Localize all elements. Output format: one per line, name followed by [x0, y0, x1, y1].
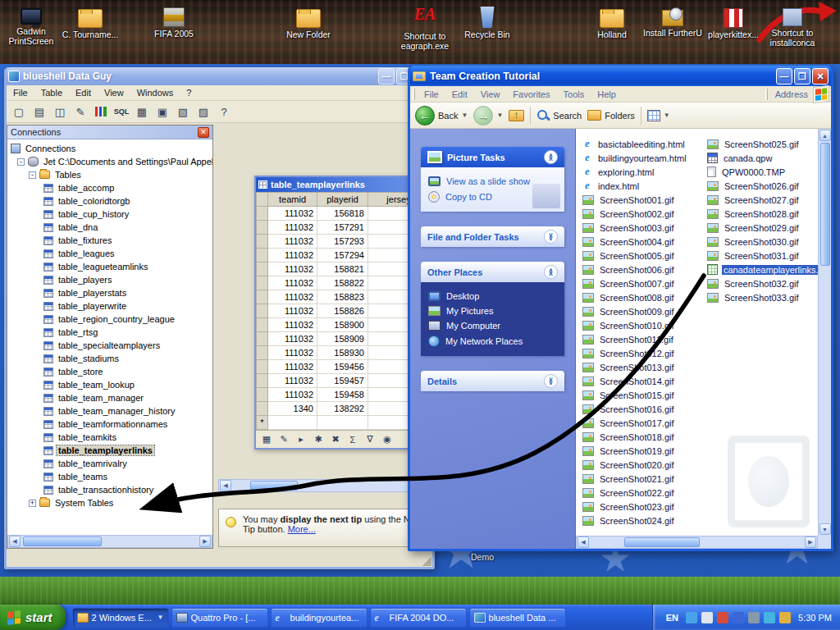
tree-item-table-teamplayerlinks[interactable]: table_teamplayerlinks — [9, 444, 211, 457]
tree-item-system-tables[interactable]: +System Tables — [9, 496, 211, 509]
print-icon[interactable]: ▣ — [153, 103, 171, 121]
file-basictableediting-html[interactable]: basictableediting.html — [582, 137, 704, 151]
file-screenshot003-gif[interactable]: ScreenShot003.gif — [582, 221, 704, 235]
file-screenshot009-gif[interactable]: ScreenShot009.gif — [582, 304, 704, 318]
file-list-vertical-scrollbar[interactable]: ▲ ▼ — [818, 129, 831, 536]
scrollbar-thumb[interactable] — [23, 536, 102, 546]
file-screenshot005-gif[interactable]: ScreenShot005.gif — [582, 249, 704, 262]
row-selector[interactable] — [257, 332, 268, 346]
sql-icon[interactable]: SQL — [112, 103, 130, 121]
tree-item-table-team-manager[interactable]: table_team_manager — [9, 391, 211, 404]
desktop-icon-install-furtheru[interactable]: Install FurtherU — [643, 5, 702, 38]
language-indicator[interactable]: EN — [663, 612, 682, 623]
table-window-titlebar[interactable]: table_teamplayerlinks — [256, 177, 429, 192]
new-row-selector[interactable]: * — [257, 416, 268, 430]
menu-explorer-favorites[interactable]: Favorites — [506, 88, 556, 101]
tip-more-link[interactable]: More... — [288, 524, 316, 534]
file-screenshot016-gif[interactable]: ScreenShot016.gif — [582, 402, 704, 416]
chevron-down-icon[interactable]: ∨∨ — [544, 374, 558, 388]
chevron-up-icon[interactable]: ∧∧ — [544, 150, 558, 164]
updates-tray-icon[interactable] — [764, 612, 775, 623]
file-canada-qpw[interactable]: canada.qpw — [707, 151, 824, 165]
row-selector[interactable] — [257, 276, 268, 290]
file-index-html[interactable]: index.html — [582, 179, 704, 193]
file-screenshot007-gif[interactable]: ScreenShot007.gif — [582, 276, 704, 290]
tree-item-table-playerwrite[interactable]: table_playerwrite — [9, 299, 211, 313]
back-button[interactable]: ← Back ▼ — [415, 106, 468, 126]
filter-icon[interactable]: ∇ — [363, 432, 377, 447]
tree-item-table-transactionhistory[interactable]: table_transactionhistory — [9, 483, 211, 496]
taskbar-button-fifa-2004-do[interactable]: FIFA 2004 DO... — [370, 608, 467, 628]
file-screenshot008-gif[interactable]: ScreenShot008.gif — [582, 290, 704, 304]
file-screenshot019-gif[interactable]: ScreenShot019.gif — [582, 444, 704, 458]
tree-item-table-teamrivalry[interactable]: table_teamrivalry — [9, 457, 211, 470]
file-screenshot020-gif[interactable]: ScreenShot020.gif — [582, 458, 704, 472]
file-screenshot015-gif[interactable]: ScreenShot015.gif — [582, 388, 704, 402]
menu-blueshell-view[interactable]: View — [98, 86, 130, 99]
tree-item-table-fixtures[interactable]: table_fixtures — [9, 234, 211, 247]
task-copy-to-cd[interactable]: Copy to CD — [427, 189, 559, 205]
scroll-up-icon[interactable]: ▲ — [819, 130, 831, 141]
scheduler-tray-icon[interactable] — [779, 612, 791, 623]
connections-panel-header[interactable]: Connections ✕ — [7, 126, 212, 139]
scroll-right-icon[interactable]: ▶ — [805, 536, 816, 548]
desktop-icon-holland[interactable]: Holland — [582, 5, 641, 39]
scrollbar-thumb[interactable] — [250, 481, 298, 491]
row-selector[interactable] — [257, 346, 268, 360]
search-button[interactable]: Search — [536, 109, 582, 122]
file-qpw0000-tmp[interactable]: QPW0000.TMP — [707, 165, 824, 179]
copy-icon[interactable]: ▧ — [174, 103, 192, 121]
file-screenshot024-gif[interactable]: ScreenShot024.gif — [582, 514, 704, 527]
menu-explorer-edit[interactable]: Edit — [445, 88, 474, 101]
folders-button[interactable]: Folders — [587, 110, 635, 121]
scroll-left-icon[interactable]: ◀ — [578, 536, 589, 548]
chart-icon[interactable] — [92, 103, 110, 121]
resize-grip[interactable] — [421, 555, 431, 566]
mdi-horizontal-scrollbar[interactable]: ◀ ▶ — [218, 479, 435, 492]
go-icon[interactable]: ▸ — [294, 432, 308, 447]
tree-item-tables[interactable]: -Tables — [9, 168, 211, 181]
file-screenshot012-gif[interactable]: ScreenShot012.gif — [582, 346, 704, 360]
tree-item-table-store[interactable]: table_store — [9, 365, 211, 378]
taskbar-button-2-windows-e[interactable]: 2 Windows E...▼ — [72, 608, 169, 628]
details-header[interactable]: Details ∨∨ — [421, 371, 564, 391]
file-screenshot011-gif[interactable]: ScreenShot011.gif — [582, 332, 704, 346]
tree-item-table-accomp[interactable]: table_accomp — [9, 181, 211, 194]
scroll-left-icon[interactable]: ◀ — [220, 480, 231, 491]
network-tray-icon[interactable] — [686, 612, 697, 623]
tree-item-table-team-manager-history[interactable]: table_team_manager_history — [9, 404, 211, 418]
row-selector[interactable] — [257, 290, 268, 304]
scroll-down-icon[interactable]: ▼ — [819, 523, 831, 535]
place-my-network-places[interactable]: My Network Places — [427, 333, 559, 349]
views-button[interactable]: ▼ — [647, 110, 670, 121]
paste-icon[interactable]: ▨ — [194, 103, 212, 121]
file-screenshot006-gif[interactable]: ScreenShot006.gif — [582, 262, 704, 276]
tree-item-jet-connection[interactable]: -Jet C:\Documents and Settings\Paul Appe… — [9, 155, 211, 168]
forward-button[interactable]: → ▼ — [473, 106, 503, 126]
tree-item-table-leagueteamlinks[interactable]: table_leagueteamlinks — [9, 260, 211, 273]
tree-item-table-cup-history[interactable]: table_cup_history — [9, 208, 211, 221]
messenger-tray-icon[interactable] — [748, 612, 760, 623]
chevron-down-icon[interactable]: ▼ — [461, 112, 468, 119]
start-button[interactable]: start — [0, 605, 66, 630]
sum-icon[interactable]: Σ — [345, 432, 360, 447]
blueshell-titlebar[interactable]: blueshell Data Guy — ❐ ✕ — [7, 67, 432, 85]
row-selector[interactable] — [257, 360, 268, 374]
place-desktop[interactable]: Desktop — [427, 289, 559, 304]
tree-item-table-stadiums[interactable]: table_stadiums — [9, 352, 211, 365]
menu-blueshell-table[interactable]: Table — [34, 86, 69, 99]
row-selector[interactable] — [257, 249, 268, 262]
file-screenshot031-gif[interactable]: ScreenShot031.gif — [707, 249, 824, 262]
tree-item-table-teams[interactable]: table_teams — [9, 470, 211, 483]
file-screenshot028-gif[interactable]: ScreenShot028.gif — [707, 207, 824, 221]
desktop-icon-c-tourname[interactable]: C. Tourname... — [61, 5, 120, 39]
file-screenshot026-gif[interactable]: ScreenShot026.gif — [707, 179, 824, 193]
security-tray-icon[interactable] — [717, 612, 728, 623]
tree-item-table-team-lookup[interactable]: table_team_lookup — [9, 378, 211, 391]
other-places-header[interactable]: Other Places ∧∧ — [421, 262, 564, 282]
row-selector[interactable] — [257, 235, 268, 249]
file-screenshot033-gif[interactable]: ScreenShot033.gif — [707, 290, 824, 304]
file-screenshot013-gif[interactable]: ScreenShot013.gif — [582, 360, 704, 374]
find-icon[interactable]: ◉ — [380, 432, 395, 447]
file-screenshot004-gif[interactable]: ScreenShot004.gif — [582, 235, 704, 249]
